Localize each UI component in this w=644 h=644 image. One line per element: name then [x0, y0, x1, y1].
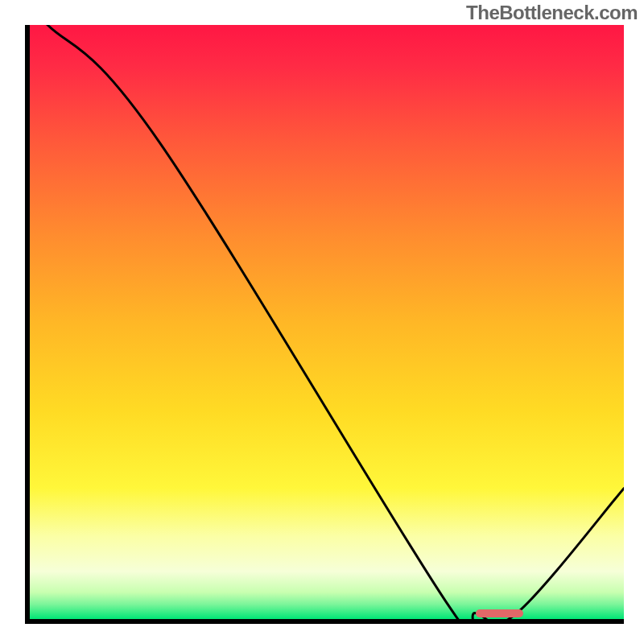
optimal-range-marker — [476, 609, 523, 617]
watermark-text: TheBottleneck.com — [466, 2, 638, 24]
plot-area — [25, 25, 624, 624]
bottleneck-curve — [30, 25, 624, 619]
chart-frame: TheBottleneck.com — [0, 0, 644, 644]
